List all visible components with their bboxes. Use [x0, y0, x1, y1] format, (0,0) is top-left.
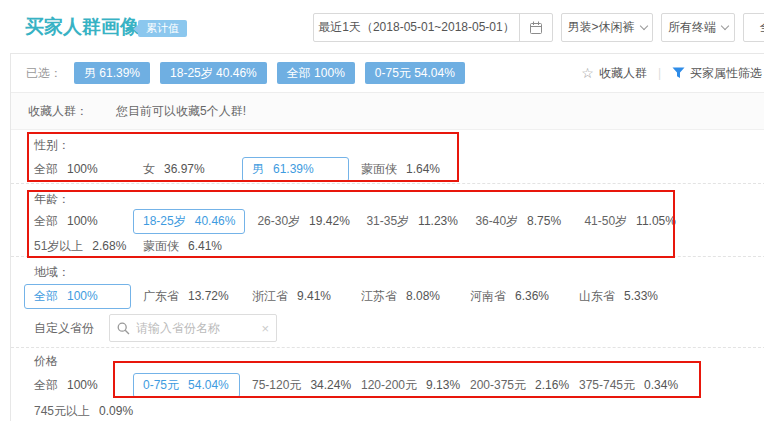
- option-value: 2.68%: [92, 239, 126, 253]
- option-label: 18-25岁: [143, 213, 186, 230]
- date-range-picker[interactable]: 最近1天（2018-05-01~2018-05-01）: [313, 13, 553, 42]
- selected-filters-bar: 已选： 男 61.39%18-25岁 40.46%全部 100%0-75元 54…: [11, 54, 764, 93]
- more-dropdown[interactable]: 全: [743, 13, 764, 42]
- selected-chips: 男 61.39%18-25岁 40.46%全部 100%0-75元 54.04%: [74, 62, 465, 84]
- option-value: 34.24%: [310, 378, 351, 392]
- option-value: 6.36%: [515, 289, 549, 303]
- section-label: 地域：: [34, 263, 764, 281]
- option-value: 9.41%: [297, 289, 331, 303]
- filter-option[interactable]: 120-200元 9.13%: [361, 377, 470, 394]
- option-label: 广东省: [143, 288, 179, 305]
- option-label: 120-200元: [361, 377, 417, 394]
- option-label: 75-120元: [252, 377, 301, 394]
- option-label: 41-50岁: [584, 213, 627, 230]
- filter-option[interactable]: 0-75元 54.04%: [133, 373, 240, 398]
- filter-option[interactable]: 全部 100%: [24, 284, 131, 309]
- option-label: 745元以上: [34, 403, 90, 420]
- option-value: 0.09%: [99, 404, 133, 418]
- option-value: 6.41%: [188, 239, 222, 253]
- calendar-button[interactable]: [519, 14, 552, 41]
- buyer-attribute-filter-label: 买家属性筛选: [690, 65, 762, 82]
- filter-chip[interactable]: 18-25岁 40.46%: [160, 62, 267, 84]
- option-row: 全部 100% 女 36.97% 男 61.39% 蒙面侠 1.64%: [34, 157, 764, 181]
- option-value: 8.75%: [527, 214, 561, 228]
- option-value: 1.64%: [406, 162, 440, 176]
- category-dropdown[interactable]: 男装>休闲裤: [561, 13, 653, 42]
- option-value: 5.33%: [624, 289, 658, 303]
- option-label: 全部: [34, 161, 58, 178]
- option-row: 全部 100% 18-25岁 40.46% 26-30岁 19.42% 31-3…: [34, 210, 764, 232]
- province-search-input[interactable]: [136, 321, 261, 335]
- option-label: 31-35岁: [366, 213, 409, 230]
- option-label: 36-40岁: [475, 213, 518, 230]
- filter-option[interactable]: 女 36.97%: [143, 161, 252, 178]
- option-label: 26-30岁: [257, 213, 300, 230]
- clear-icon[interactable]: ×: [261, 322, 269, 335]
- filter-option[interactable]: 江苏省 8.08%: [361, 288, 470, 305]
- filter-option[interactable]: 全部 100%: [34, 213, 143, 230]
- region-section: 地域： 全部 100% 广东省 13.72% 浙江省 9.41% 江苏省 8.0…: [11, 257, 764, 348]
- filter-chip[interactable]: 全部 100%: [277, 62, 355, 84]
- option-row: 全部 100% 广东省 13.72% 浙江省 9.41% 江苏省 8.08% 河…: [34, 284, 764, 308]
- filter-chip[interactable]: 男 61.39%: [74, 62, 150, 84]
- filter-option[interactable]: 全部 100%: [34, 161, 143, 178]
- buyer-attribute-filter-button[interactable]: 买家属性筛选: [672, 65, 762, 82]
- funnel-icon: [672, 67, 685, 79]
- option-label: 200-375元: [470, 377, 526, 394]
- option-value: 36.97%: [164, 162, 205, 176]
- filter-option[interactable]: 广东省 13.72%: [143, 288, 252, 305]
- more-dropdown-label: 全: [760, 19, 764, 36]
- sections: 性别： 全部 100% 女 36.97% 男 61.39% 蒙面侠 1.64% …: [11, 130, 764, 420]
- section-label: 年龄：: [34, 190, 764, 208]
- age-section: 年龄： 全部 100% 18-25岁 40.46% 26-30岁 19.42% …: [11, 184, 764, 257]
- filter-option[interactable]: 31-35岁 11.23%: [366, 213, 475, 230]
- filter-option[interactable]: 375-745元 0.34%: [579, 377, 688, 394]
- filter-option[interactable]: 河南省 6.36%: [470, 288, 579, 305]
- section-body: 全部 100% 广东省 13.72% 浙江省 9.41% 江苏省 8.08% 河…: [34, 284, 764, 342]
- option-label: 0-75元: [143, 377, 179, 394]
- option-value: 11.23%: [418, 214, 458, 228]
- option-label: 江苏省: [361, 288, 397, 305]
- terminal-dropdown-label: 所有终端: [668, 19, 716, 36]
- option-row: 51岁以上 2.68% 蒙面侠 6.41%: [34, 235, 764, 257]
- section-body: 全部 100% 女 36.97% 男 61.39% 蒙面侠 1.64%: [34, 157, 764, 181]
- selected-label: 已选：: [26, 65, 62, 82]
- vertical-divider: |: [658, 66, 661, 80]
- filter-option[interactable]: 200-375元 2.16%: [470, 377, 579, 394]
- chevron-down-icon: [721, 21, 729, 29]
- filter-option[interactable]: 蒙面侠 6.41%: [143, 238, 252, 255]
- favorite-crowd-button[interactable]: ☆ 收藏人群: [581, 65, 647, 82]
- chevron-down-icon: [639, 21, 647, 29]
- filter-option[interactable]: 山东省 5.33%: [579, 288, 688, 305]
- filter-option[interactable]: 浙江省 9.41%: [252, 288, 361, 305]
- filter-chip[interactable]: 0-75元 54.04%: [365, 62, 465, 84]
- filter-option[interactable]: 36-40岁 8.75%: [475, 213, 584, 230]
- filter-option[interactable]: 51岁以上 2.68%: [34, 238, 143, 255]
- option-value: 13.72%: [188, 289, 229, 303]
- page-title: 买家人群画像: [25, 14, 139, 40]
- filter-option[interactable]: 男 61.39%: [242, 157, 349, 182]
- filter-option[interactable]: 全部 100%: [34, 377, 143, 394]
- calendar-icon: [529, 21, 543, 35]
- section-body: 全部 100% 0-75元 54.04% 75-120元 34.24% 120-…: [34, 373, 764, 420]
- option-label: 河南省: [470, 288, 506, 305]
- filter-option[interactable]: 75-120元 34.24%: [252, 377, 361, 394]
- option-value: 100%: [67, 378, 98, 392]
- option-label: 蒙面侠: [361, 161, 397, 178]
- category-dropdown-label: 男装>休闲裤: [567, 19, 634, 36]
- filter-option[interactable]: 745元以上 0.09%: [34, 403, 143, 420]
- price-section: 价格 全部 100% 0-75元 54.04% 75-120元 34.24% 1…: [11, 348, 764, 420]
- main-panel: 已选： 男 61.39%18-25岁 40.46%全部 100%0-75元 54…: [10, 53, 764, 421]
- favorite-crowd-label: 收藏人群: [599, 65, 647, 82]
- filter-option[interactable]: 蒙面侠 1.64%: [361, 161, 470, 178]
- section-label: 价格: [34, 352, 764, 370]
- option-label: 全部: [34, 377, 58, 394]
- option-value: 100%: [67, 162, 98, 176]
- terminal-dropdown[interactable]: 所有终端: [661, 13, 735, 42]
- filter-option[interactable]: 41-50岁 11.05%: [584, 213, 693, 230]
- section-label: 性别：: [34, 136, 764, 154]
- filter-option[interactable]: 18-25岁 40.46%: [133, 209, 245, 234]
- selected-bar-actions: ☆ 收藏人群 | 买家属性筛选: [581, 65, 764, 82]
- option-value: 100%: [67, 214, 98, 228]
- filter-option[interactable]: 26-30岁 19.42%: [257, 213, 366, 230]
